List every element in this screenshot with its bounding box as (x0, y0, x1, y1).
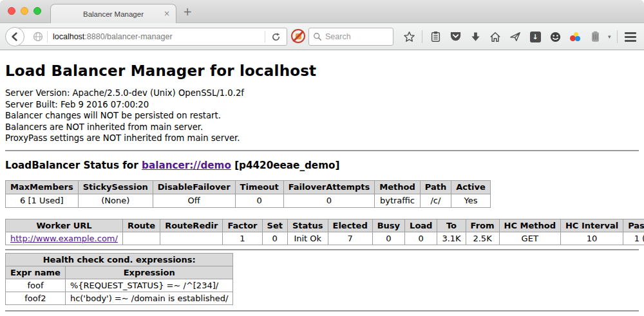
tab-title: Balancer Manager (83, 10, 144, 18)
col-method: Method (375, 180, 420, 194)
cell-worker-url: http://www.example.com/ (6, 232, 123, 245)
bookmark-star-button[interactable] (402, 30, 416, 44)
overflow-caret-icon[interactable]: ▾ (608, 33, 611, 40)
minimize-window-button[interactable] (21, 7, 28, 15)
balancer-demo-link[interactable]: balancer://demo (142, 160, 231, 171)
cell-expression: %{REQUEST_STATUS} =~ /^[234]/ (65, 279, 233, 292)
proxypass-note-line: ProxyPass settings are NOT inherited fro… (5, 133, 639, 144)
star-icon (403, 31, 415, 43)
back-arrow-icon (10, 32, 20, 42)
table-row: foof %{REQUEST_STATUS} =~ /^[234]/ (6, 279, 233, 292)
col-status: Status (287, 219, 328, 232)
worker-row: http://www.example.com/ 1 0 Init Ok 7 0 … (6, 232, 644, 245)
cell-maxmembers: 6 [1 Used] (6, 194, 79, 207)
container-addon-button[interactable] (588, 30, 602, 44)
toolbar-divider (422, 30, 422, 43)
health-check-title: Health check cond. expressions: (6, 253, 233, 266)
col-elected: Elected (328, 219, 372, 232)
cell-expr-name: foof2 (6, 292, 66, 304)
plugin-blocked-icon[interactable] (291, 29, 305, 43)
search-icon (313, 32, 322, 41)
back-button[interactable] (5, 27, 24, 46)
zoom-window-button[interactable] (33, 7, 41, 15)
new-tab-button[interactable]: + (183, 6, 192, 17)
downloads-button[interactable] (468, 30, 482, 44)
tab-close-icon[interactable]: × (164, 9, 170, 18)
paper-plane-icon (509, 31, 521, 42)
col-active: Active (451, 180, 491, 194)
send-to-device-button[interactable] (508, 30, 522, 44)
col-from: From (466, 219, 499, 232)
container-icon (591, 31, 600, 42)
col-hc-method: HC Method (499, 219, 560, 232)
reload-button[interactable] (265, 32, 287, 42)
col-path: Path (420, 180, 451, 194)
address-text[interactable]: localhost:8880/balancer-manager (53, 32, 265, 41)
server-info: Server Version: Apache/2.5.0-dev (Unix) … (5, 88, 639, 144)
close-window-button[interactable] (8, 7, 15, 15)
globe-icon (33, 32, 43, 42)
cell-status: Init Ok (287, 232, 328, 245)
col-set: Set (262, 219, 287, 232)
search-bar[interactable] (308, 28, 393, 46)
home-button[interactable] (488, 30, 502, 44)
search-input[interactable] (325, 32, 383, 41)
pocket-button[interactable] (448, 30, 462, 44)
col-failoverattempts: FailoverAttempts (283, 180, 375, 194)
cell-path: /c/ (420, 194, 451, 207)
url-domain: localhost (53, 32, 84, 41)
download-arrow-icon (470, 32, 481, 42)
home-icon (489, 32, 501, 42)
inherit-note-line: Balancers are NOT inherited from main se… (5, 122, 639, 133)
col-busy: Busy (372, 219, 404, 232)
heading-prefix: LoadBalancer Status for (5, 160, 142, 171)
cell-active: Yes (451, 194, 491, 207)
smiley-icon (549, 31, 562, 43)
cell-factor: 1 (223, 232, 262, 245)
reading-list-button[interactable] (428, 30, 442, 44)
cell-method: bytraffic (375, 194, 420, 207)
cell-timeout: 0 (235, 194, 283, 207)
col-routeredir: RouteRedir (160, 219, 223, 232)
section-divider (5, 150, 639, 151)
page-content: Load Balancer Manager for localhost Serv… (0, 50, 644, 316)
cell-load: 0 (405, 232, 437, 245)
health-check-table: Health check cond. expressions: Expr nam… (5, 253, 233, 305)
cell-disablefailover: Off (153, 194, 235, 207)
col-route: Route (122, 219, 160, 232)
server-built-line: Server Built: Feb 9 2016 07:00:20 (5, 99, 639, 111)
cell-routeredir (160, 232, 223, 245)
video-download-icon: ↓ (530, 32, 541, 42)
col-passes: Passes (623, 219, 644, 232)
col-stickysession: StickySession (78, 180, 153, 194)
col-timeout: Timeout (235, 180, 283, 194)
pocket-icon (450, 31, 462, 42)
url-bar[interactable]: localhost:8880/balancer-manager (15, 28, 287, 46)
heading-suffix: [p4420eeae_demo] (231, 160, 340, 171)
table-header-row: Expr name Expression (6, 266, 233, 279)
cell-from: 2.5K (466, 232, 499, 245)
worker-table: Worker URL Route RouteRedir Factor Set S… (5, 219, 644, 245)
url-path: :8880/balancer-manager (84, 32, 172, 41)
video-download-helper-button[interactable]: ↓ (528, 30, 542, 44)
addon-colordots-button[interactable] (568, 30, 582, 44)
server-version-line: Server Version: Apache/2.5.0-dev (Unix) … (5, 88, 639, 99)
worker-url-link[interactable]: http://www.example.com/ (10, 234, 118, 243)
tab-balancer-manager[interactable]: Balancer Manager × (50, 4, 176, 23)
cell-elected: 7 (328, 232, 372, 245)
table-row: foof2 hc('body') =~ /domain is establish… (6, 292, 233, 304)
cell-stickysession: (None) (78, 194, 153, 207)
tab-strip: Balancer Manager × + (0, 0, 644, 23)
cell-expression: hc('body') =~ /domain is established/ (65, 292, 233, 304)
emoji-addon-button[interactable] (548, 30, 562, 44)
menu-button[interactable] (623, 30, 638, 44)
col-disablefailover: DisableFailover (153, 180, 235, 194)
col-expression: Expression (65, 266, 233, 279)
col-factor: Factor (223, 219, 262, 232)
hamburger-icon (625, 32, 636, 42)
col-load: Load (405, 219, 437, 232)
browser-window: Balancer Manager × + localhost:8880/bala… (0, 0, 644, 316)
reload-icon (271, 32, 281, 42)
slash-mark (292, 30, 303, 41)
table-title-row: Health check cond. expressions: (6, 253, 233, 266)
